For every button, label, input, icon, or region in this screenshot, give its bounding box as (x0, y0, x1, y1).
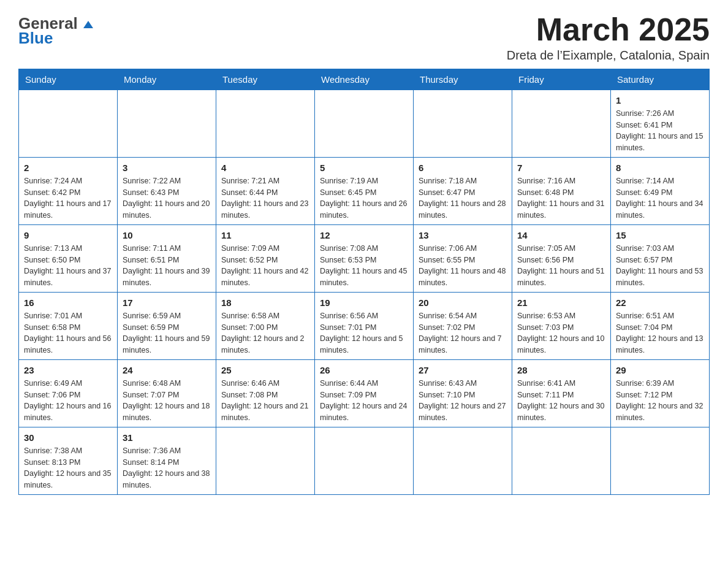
sunrise-text: Sunrise: 7:24 AMSunset: 6:42 PMDaylight:… (24, 177, 111, 220)
day-number: 9 (24, 229, 112, 242)
table-row: 8Sunrise: 7:14 AMSunset: 6:49 PMDaylight… (611, 158, 710, 225)
sunrise-text: Sunrise: 7:14 AMSunset: 6:49 PMDaylight:… (616, 177, 703, 220)
sunrise-text: Sunrise: 7:18 AMSunset: 6:47 PMDaylight:… (419, 177, 506, 220)
table-row: 26Sunrise: 6:44 AMSunset: 7:09 PMDayligh… (315, 360, 414, 427)
table-row: 11Sunrise: 7:09 AMSunset: 6:52 PMDayligh… (216, 225, 315, 293)
sunrise-text: Sunrise: 7:06 AMSunset: 6:55 PMDaylight:… (419, 244, 506, 287)
table-row (216, 427, 315, 495)
day-number: 15 (616, 229, 704, 242)
table-row: 7Sunrise: 7:16 AMSunset: 6:48 PMDaylight… (512, 158, 611, 225)
table-row: 22Sunrise: 6:51 AMSunset: 7:04 PMDayligh… (611, 293, 710, 360)
day-number: 30 (24, 431, 112, 444)
day-number: 5 (320, 161, 408, 174)
calendar-header-row: Sunday Monday Tuesday Wednesday Thursday… (19, 69, 710, 90)
day-number: 17 (123, 296, 211, 309)
table-row (512, 427, 611, 495)
table-row: 20Sunrise: 6:54 AMSunset: 7:02 PMDayligh… (414, 293, 512, 360)
table-row: 21Sunrise: 6:53 AMSunset: 7:03 PMDayligh… (512, 293, 611, 360)
day-number: 27 (419, 364, 507, 377)
table-row: 29Sunrise: 6:39 AMSunset: 7:12 PMDayligh… (611, 360, 710, 427)
svg-marker-0 (83, 21, 93, 28)
table-row (611, 427, 710, 495)
col-wednesday: Wednesday (315, 69, 414, 90)
sunrise-text: Sunrise: 7:36 AMSunset: 8:14 PMDaylight:… (123, 446, 210, 489)
table-row: 3Sunrise: 7:22 AMSunset: 6:43 PMDaylight… (118, 158, 216, 225)
col-tuesday: Tuesday (216, 69, 315, 90)
table-row: 27Sunrise: 6:43 AMSunset: 7:10 PMDayligh… (414, 360, 512, 427)
table-row: 31Sunrise: 7:36 AMSunset: 8:14 PMDayligh… (118, 427, 216, 495)
logo: General Blue (18, 15, 94, 46)
sunrise-text: Sunrise: 6:53 AMSunset: 7:03 PMDaylight:… (517, 312, 604, 354)
table-row: 30Sunrise: 7:38 AMSunset: 8:13 PMDayligh… (19, 427, 118, 495)
table-row (315, 90, 414, 158)
day-number: 10 (123, 229, 211, 242)
calendar-week-row: 2Sunrise: 7:24 AMSunset: 6:42 PMDaylight… (19, 158, 710, 225)
sunrise-text: Sunrise: 6:54 AMSunset: 7:02 PMDaylight:… (419, 312, 502, 354)
sunrise-text: Sunrise: 6:51 AMSunset: 7:04 PMDaylight:… (616, 312, 703, 354)
sunrise-text: Sunrise: 6:43 AMSunset: 7:10 PMDaylight:… (419, 379, 506, 422)
table-row: 16Sunrise: 7:01 AMSunset: 6:58 PMDayligh… (19, 293, 118, 360)
table-row: 25Sunrise: 6:46 AMSunset: 7:08 PMDayligh… (216, 360, 315, 427)
calendar-week-row: 9Sunrise: 7:13 AMSunset: 6:50 PMDaylight… (19, 225, 710, 293)
day-number: 7 (517, 161, 605, 174)
sunrise-text: Sunrise: 6:44 AMSunset: 7:09 PMDaylight:… (320, 379, 407, 422)
table-row: 9Sunrise: 7:13 AMSunset: 6:50 PMDaylight… (19, 225, 118, 293)
subtitle: Dreta de l’Eixample, Catalonia, Spain (507, 48, 710, 63)
sunrise-text: Sunrise: 6:41 AMSunset: 7:11 PMDaylight:… (517, 379, 604, 422)
sunrise-text: Sunrise: 6:48 AMSunset: 7:07 PMDaylight:… (123, 379, 210, 422)
table-row: 12Sunrise: 7:08 AMSunset: 6:53 PMDayligh… (315, 225, 414, 293)
table-row: 13Sunrise: 7:06 AMSunset: 6:55 PMDayligh… (414, 225, 512, 293)
day-number: 16 (24, 296, 112, 309)
sunrise-text: Sunrise: 7:05 AMSunset: 6:56 PMDaylight:… (517, 244, 604, 287)
day-number: 2 (24, 161, 112, 174)
table-row: 23Sunrise: 6:49 AMSunset: 7:06 PMDayligh… (19, 360, 118, 427)
day-number: 12 (320, 229, 408, 242)
sunrise-text: Sunrise: 7:19 AMSunset: 6:45 PMDaylight:… (320, 177, 407, 220)
col-monday: Monday (118, 69, 216, 90)
sunrise-text: Sunrise: 7:11 AMSunset: 6:51 PMDaylight:… (123, 244, 210, 287)
day-number: 31 (123, 431, 211, 444)
sunrise-text: Sunrise: 6:49 AMSunset: 7:06 PMDaylight:… (24, 379, 111, 422)
sunrise-text: Sunrise: 7:09 AMSunset: 6:52 PMDaylight:… (221, 244, 308, 287)
day-number: 4 (221, 161, 309, 174)
col-sunday: Sunday (19, 69, 118, 90)
col-friday: Friday (512, 69, 611, 90)
day-number: 6 (419, 161, 507, 174)
sunrise-text: Sunrise: 7:26 AMSunset: 6:41 PMDaylight:… (616, 109, 703, 152)
title-block: March 2025 Dreta de l’Eixample, Cataloni… (507, 12, 710, 63)
table-row (315, 427, 414, 495)
day-number: 13 (419, 229, 507, 242)
day-number: 24 (123, 364, 211, 377)
table-row: 14Sunrise: 7:05 AMSunset: 6:56 PMDayligh… (512, 225, 611, 293)
page-header: General Blue March 2025 Dreta de l’Eixam… (18, 12, 710, 63)
sunrise-text: Sunrise: 7:13 AMSunset: 6:50 PMDaylight:… (24, 244, 111, 287)
logo-blue-text: Blue (18, 29, 53, 47)
day-number: 11 (221, 229, 309, 242)
calendar-week-row: 30Sunrise: 7:38 AMSunset: 8:13 PMDayligh… (19, 427, 710, 495)
table-row: 17Sunrise: 6:59 AMSunset: 6:59 PMDayligh… (118, 293, 216, 360)
day-number: 28 (517, 364, 605, 377)
table-row: 5Sunrise: 7:19 AMSunset: 6:45 PMDaylight… (315, 158, 414, 225)
table-row: 10Sunrise: 7:11 AMSunset: 6:51 PMDayligh… (118, 225, 216, 293)
sunrise-text: Sunrise: 6:58 AMSunset: 7:00 PMDaylight:… (221, 312, 305, 354)
table-row (414, 427, 512, 495)
day-number: 18 (221, 296, 309, 309)
sunrise-text: Sunrise: 7:08 AMSunset: 6:53 PMDaylight:… (320, 244, 407, 287)
day-number: 23 (24, 364, 112, 377)
sunrise-text: Sunrise: 6:56 AMSunset: 7:01 PMDaylight:… (320, 312, 403, 354)
main-title: March 2025 (507, 12, 710, 47)
day-number: 8 (616, 161, 704, 174)
table-row (512, 90, 611, 158)
calendar-week-row: 16Sunrise: 7:01 AMSunset: 6:58 PMDayligh… (19, 293, 710, 360)
table-row: 1Sunrise: 7:26 AMSunset: 6:41 PMDaylight… (611, 90, 710, 158)
sunrise-text: Sunrise: 7:01 AMSunset: 6:58 PMDaylight:… (24, 312, 111, 354)
day-number: 14 (517, 229, 605, 242)
sunrise-text: Sunrise: 7:22 AMSunset: 6:43 PMDaylight:… (123, 177, 210, 220)
table-row: 15Sunrise: 7:03 AMSunset: 6:57 PMDayligh… (611, 225, 710, 293)
sunrise-text: Sunrise: 6:46 AMSunset: 7:08 PMDaylight:… (221, 379, 308, 422)
col-thursday: Thursday (414, 69, 512, 90)
sunrise-text: Sunrise: 6:39 AMSunset: 7:12 PMDaylight:… (616, 379, 703, 422)
table-row (216, 90, 315, 158)
table-row: 2Sunrise: 7:24 AMSunset: 6:42 PMDaylight… (19, 158, 118, 225)
table-row (118, 90, 216, 158)
